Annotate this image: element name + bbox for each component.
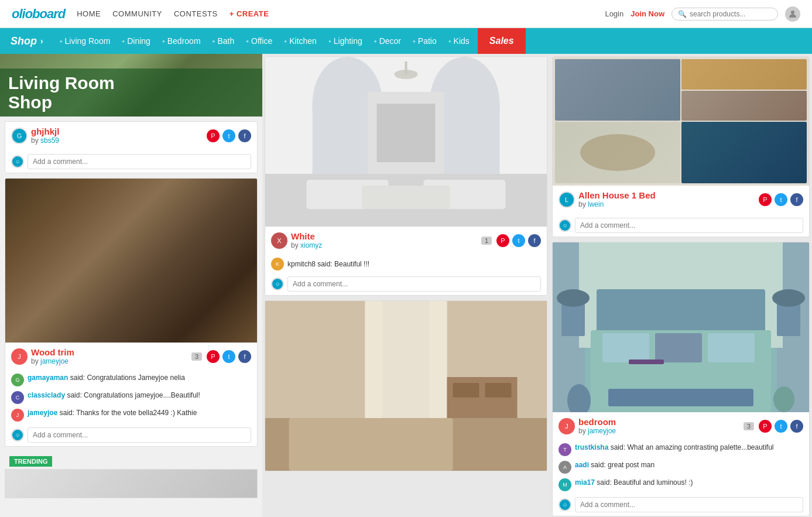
right-card-2-title[interactable]: bedroom (578, 417, 616, 427)
left-card-1-comment-input[interactable] (28, 154, 251, 169)
trending-section: TRENDING (5, 451, 258, 467)
shop-bar: Shop › ●Living Room ●Dining ●Bedroom ●Ba… (0, 28, 812, 54)
left-card-2-badge: 3 (191, 352, 202, 361)
site-logo[interactable]: olioboard (12, 6, 65, 22)
comment-1-avatar: G (11, 374, 24, 386)
shop-chevron-icon: › (40, 36, 43, 46)
right-card-2-title-row: J bedroom by jameyjoe 3 P t f (559, 417, 803, 435)
middle-comment-1-user[interactable]: kpmitch8 (287, 260, 316, 268)
comment-1-user[interactable]: gamayaman (28, 374, 68, 382)
search-input[interactable] (690, 10, 772, 18)
svg-rect-21 (453, 383, 479, 398)
right-card-2-author-link[interactable]: jameyjoe (588, 427, 616, 435)
middle-card-2-image (265, 301, 547, 471)
shop-nav-lighting[interactable]: ●Lighting (323, 36, 368, 46)
twitter-icon[interactable]: t (775, 420, 787, 433)
right-card-2-comment-input[interactable] (575, 497, 803, 512)
facebook-icon[interactable]: f (528, 234, 541, 247)
top-nav: olioboard HOME COMMUNITY CONTESTS + CREA… (0, 0, 812, 28)
left-card-1-footer: G ghjhkjl by sbs59 P t f (5, 122, 257, 150)
pinterest-icon[interactable]: P (759, 193, 772, 206)
comment-avatar: ☺ (11, 155, 24, 168)
twitter-icon[interactable]: t (512, 234, 525, 247)
middle-card-2 (265, 300, 547, 471)
dot-icon: ● (213, 39, 215, 44)
shop-nav-kitchen[interactable]: ●Kitchen (278, 36, 323, 46)
right-comment-1-user[interactable]: trustkisha (575, 443, 608, 451)
right-card-1-image (553, 57, 809, 186)
svg-rect-32 (655, 333, 702, 362)
middle-card-1-footer: X White by xiomyz 1 P t f (265, 227, 547, 255)
pinterest-icon[interactable]: P (207, 129, 220, 142)
dot-icon: ● (448, 39, 451, 44)
svg-rect-12 (362, 186, 450, 209)
shop-nav-bedroom[interactable]: ●Bedroom (156, 36, 207, 46)
left-card-2-avatar: J (11, 348, 28, 365)
middle-card-1-title[interactable]: White (291, 231, 322, 241)
left-card-2-author-link[interactable]: jameyjoe (40, 357, 68, 365)
svg-rect-33 (708, 333, 755, 362)
rt-cell-1 (555, 59, 680, 121)
login-link[interactable]: Login (605, 9, 623, 18)
right-card-1-comment-input[interactable] (575, 218, 803, 233)
svg-rect-18 (365, 301, 383, 418)
nav-community[interactable]: COMMUNITY (112, 9, 162, 18)
nav-create[interactable]: + CREATE (229, 9, 269, 18)
comment-2-avatar: C (11, 391, 24, 404)
left-card-1-author-link[interactable]: sbs59 (40, 136, 59, 145)
middle-card-1-comment-input[interactable] (287, 276, 541, 292)
join-now-button[interactable]: Join Now (631, 9, 664, 18)
right-comment-2-user[interactable]: aadi (575, 461, 589, 469)
pinterest-icon[interactable]: P (496, 234, 509, 247)
middle-column: X White by xiomyz 1 P t f (262, 54, 550, 517)
right-card-1-author-link[interactable]: lwein (588, 200, 604, 208)
facebook-icon[interactable]: f (238, 129, 251, 142)
comment-3-avatar: J (11, 409, 24, 422)
facebook-icon[interactable]: f (238, 350, 251, 363)
middle-card-1-author-link[interactable]: xiomyz (300, 241, 322, 249)
shop-nav-decor[interactable]: ●Decor (368, 36, 407, 46)
left-card-2-actions: 3 P t f (191, 350, 251, 363)
right-comment-1: T trustkisha said: What an amazing contr… (553, 441, 809, 458)
comment-avatar: ☺ (271, 278, 284, 290)
facebook-icon[interactable]: f (790, 193, 803, 206)
rt-cell-4 (681, 122, 807, 183)
right-comment-3-user[interactable]: mia17 (575, 478, 595, 487)
pinterest-icon[interactable]: P (759, 420, 772, 433)
right-card-1-title[interactable]: Allen House 1 Bed (578, 190, 656, 200)
shop-nav-bath[interactable]: ●Bath (207, 36, 241, 46)
dot-icon: ● (246, 39, 249, 44)
svg-rect-8 (377, 104, 436, 162)
shop-nav-living-room[interactable]: ●Living Room (54, 36, 117, 46)
shop-label[interactable]: Shop › (0, 28, 54, 54)
shop-nav-office[interactable]: ●Office (240, 36, 278, 46)
right-card-2-footer: J bedroom by jameyjoe 3 P t f (553, 412, 809, 441)
user-avatar-nav[interactable] (785, 6, 800, 22)
left-card-2-title-row: J Wood trim by jameyjoe 3 P t f (11, 347, 251, 365)
shop-nav-patio[interactable]: ●Patio (407, 36, 443, 46)
comment-avatar: ☺ (11, 429, 24, 441)
left-card-2-title[interactable]: Wood trim (31, 347, 74, 357)
left-card-1-title[interactable]: ghjhkjl (31, 126, 59, 136)
wood-trim-img-placeholder (5, 179, 257, 343)
comment-avatar: ☺ (559, 219, 571, 232)
twitter-icon[interactable]: t (222, 129, 235, 142)
shop-nav-dining[interactable]: ●Dining (116, 36, 156, 46)
nav-contests[interactable]: CONTESTS (174, 9, 218, 18)
twitter-icon[interactable]: t (222, 350, 235, 363)
svg-rect-14 (405, 61, 407, 74)
pinterest-icon[interactable]: P (207, 350, 220, 363)
shop-nav-kids[interactable]: ●Kids (443, 36, 475, 46)
shop-sales-button[interactable]: Sales (478, 28, 526, 54)
left-card-2-comment-input[interactable] (28, 427, 251, 443)
comment-2-user[interactable]: classiclady (28, 391, 65, 399)
facebook-icon[interactable]: f (790, 420, 803, 433)
rt-gold-circle (580, 134, 655, 171)
left-card-1-title-row: G ghjhkjl by sbs59 P t f (11, 126, 251, 145)
comment-3-user[interactable]: jameyjoe (28, 409, 57, 417)
twitter-icon[interactable]: t (775, 193, 787, 206)
right-comment-2: A aadi said: great post man (553, 458, 809, 476)
middle-card-1-actions: 1 P t f (481, 234, 541, 247)
nav-home[interactable]: HOME (77, 9, 101, 18)
middle-card-1: X White by xiomyz 1 P t f (265, 56, 547, 296)
